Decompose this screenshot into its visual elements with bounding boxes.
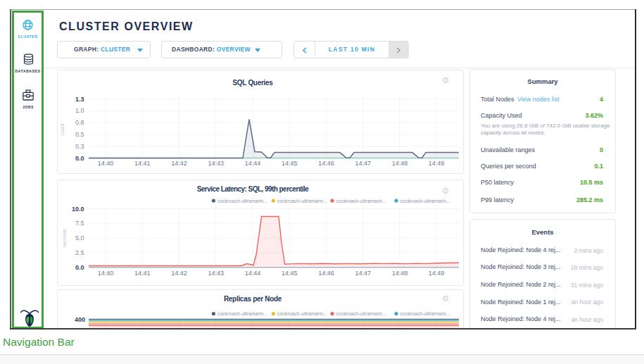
svg-text:0.3: 0.3 <box>75 143 84 150</box>
svg-text:14:44: 14:44 <box>245 270 261 277</box>
svg-text:7.5: 7.5 <box>75 220 84 227</box>
svg-text:14:42: 14:42 <box>171 160 187 167</box>
svg-text:14:47: 14:47 <box>355 160 371 167</box>
svg-text:14:48: 14:48 <box>392 270 408 277</box>
svg-text:Replicas per Node: Replicas per Node <box>224 294 282 302</box>
svg-text:14:43: 14:43 <box>208 160 224 167</box>
svg-text:0.8: 0.8 <box>75 119 84 126</box>
svg-text:cockroach-ultramarin...: cockroach-ultramarin... <box>336 311 386 316</box>
svg-text:14:41: 14:41 <box>134 160 151 167</box>
svg-text:14:43: 14:43 <box>208 270 224 277</box>
svg-text:10.0: 10.0 <box>72 206 84 213</box>
svg-text:0.0: 0.0 <box>75 155 84 162</box>
svg-text:5.0: 5.0 <box>75 234 84 241</box>
svg-text:14:49: 14:49 <box>429 160 445 167</box>
svg-text:14:44: 14:44 <box>245 160 261 167</box>
svg-text:2.5: 2.5 <box>75 249 84 256</box>
svg-text:1.0: 1.0 <box>75 107 84 114</box>
svg-text:400: 400 <box>75 315 85 322</box>
svg-text:14:48: 14:48 <box>392 160 408 167</box>
svg-text:14:41: 14:41 <box>134 270 151 277</box>
svg-text:cockroach-ultramarin...: cockroach-ultramarin... <box>400 311 450 316</box>
svg-text:cockroach-ultramarin...: cockroach-ultramarin... <box>400 199 450 203</box>
svg-text:14:40: 14:40 <box>98 160 114 167</box>
svg-text:14:47: 14:47 <box>355 270 371 277</box>
svg-text:seconds: seconds <box>62 228 67 247</box>
svg-text:0.0: 0.0 <box>75 264 84 271</box>
svg-text:14:42: 14:42 <box>171 270 187 277</box>
svg-text:count: count <box>60 123 65 135</box>
svg-text:14:45: 14:45 <box>282 160 298 167</box>
svg-text:14:46: 14:46 <box>318 270 334 277</box>
svg-text:cockroach-ultramarin...: cockroach-ultramarin... <box>277 311 327 316</box>
svg-text:14:40: 14:40 <box>98 270 114 277</box>
svg-text:14:45: 14:45 <box>282 270 298 277</box>
svg-text:1.3: 1.3 <box>75 96 84 103</box>
svg-text:cockroach-ultramarin...: cockroach-ultramarin... <box>217 311 267 316</box>
svg-text:Service Latency: SQL, 99th per: Service Latency: SQL, 99th percentile <box>197 185 310 193</box>
svg-text:cockroach-ultramarin...: cockroach-ultramarin... <box>217 199 267 203</box>
svg-text:14:46: 14:46 <box>318 160 334 167</box>
svg-text:cockroach-ultramarin...: cockroach-ultramarin... <box>277 199 327 203</box>
svg-text:0.5: 0.5 <box>75 131 84 138</box>
svg-text:14:49: 14:49 <box>429 270 445 277</box>
svg-text:cockroach-ultramarin...: cockroach-ultramarin... <box>336 199 386 203</box>
svg-text:SQL Queries: SQL Queries <box>232 79 273 87</box>
